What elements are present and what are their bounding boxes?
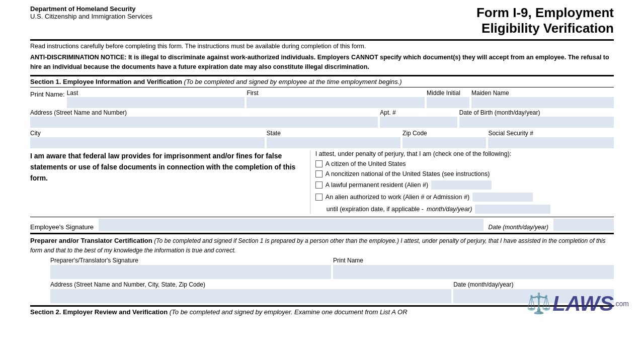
name-row: Print Name: Last First Middle Initial Ma…: [30, 89, 614, 108]
maiden-name-label: Maiden Name: [471, 89, 614, 97]
preparer-sig-field: Preparer's/Translator's Signature: [50, 257, 331, 279]
employee-signature-input[interactable]: [99, 219, 484, 231]
agency-info: Department of Homeland Security U.S. Cit…: [30, 5, 152, 20]
print-name-label: Print Name:: [30, 89, 65, 98]
watermark: ⚖️ LAWS .com: [526, 292, 629, 316]
alien-authorized-checkbox[interactable]: [315, 194, 323, 201]
until-line: until (expiration date, if applicable - …: [315, 205, 614, 214]
citizen-label: A citizen of the United States: [326, 160, 406, 167]
employee-signature-row: Employee's Signature Date (month/day/yea…: [30, 217, 614, 231]
dob-label: Date of Birth (month/day/year): [459, 109, 614, 116]
zip-label: Zip Code: [403, 130, 486, 137]
attest-title: I attest, under penalty of perjury, that…: [315, 150, 614, 157]
middle-initial-input[interactable]: [427, 97, 469, 108]
address-input[interactable]: [30, 117, 378, 128]
laws-icon: ⚖️: [526, 292, 551, 315]
alien-authorized-label: An alien authorized to work (Alien # or …: [326, 194, 469, 201]
preparer-header: Preparer and/or Translator Certification…: [30, 236, 614, 255]
preparer-name-input[interactable]: [333, 265, 614, 279]
preparer-addr-field: Address (Street Name and Number, City, S…: [50, 281, 451, 303]
until-italic: month/day/year): [427, 206, 472, 213]
preparer-sig-row: Preparer's/Translator's Signature Print …: [30, 257, 614, 279]
noncitizen-checkbox[interactable]: [315, 170, 323, 177]
permanent-resident-checkbox[interactable]: [315, 182, 323, 189]
alien-admission-input[interactable]: [472, 193, 533, 202]
first-name-label: First: [247, 89, 425, 97]
form-title-block: Form I-9, Employment Eligibility Verific…: [476, 5, 614, 36]
preparer-addr-input[interactable]: [50, 289, 451, 303]
apt-input[interactable]: [380, 117, 457, 128]
checkbox-permanent-resident[interactable]: A lawful permanent resident (Alien #): [315, 180, 614, 190]
page-header: Department of Homeland Security U.S. Cit…: [30, 5, 614, 36]
middle-initial-label: Middle Initial: [427, 89, 469, 97]
date-label: Date (month/day/year): [489, 224, 548, 231]
checkbox-alien-authorized[interactable]: An alien authorized to work (Alien # or …: [315, 193, 614, 202]
alien-number-input[interactable]: [431, 180, 492, 190]
employee-date-input[interactable]: [553, 219, 614, 231]
preparer-name-label: Print Name: [333, 257, 614, 264]
city-label: City: [30, 130, 265, 137]
last-name-input[interactable]: [67, 97, 245, 108]
section2-title: Section 2. Employer Review and Verificat…: [30, 308, 168, 316]
dob-input[interactable]: [459, 117, 614, 128]
form-subtitle: Eligibility Verification: [476, 21, 614, 36]
state-label: State: [267, 130, 400, 137]
preparer-addr-label: Address (Street Name and Number, City, S…: [50, 281, 451, 288]
city-input[interactable]: [30, 137, 265, 148]
checkboxes-block: I attest, under penalty of perjury, that…: [310, 150, 614, 214]
maiden-name-input[interactable]: [471, 97, 614, 108]
checkbox-citizen[interactable]: A citizen of the United States: [315, 160, 614, 167]
first-name-input[interactable]: [247, 97, 425, 108]
ssn-label: Social Security #: [488, 130, 614, 137]
address-row: Address (Street Name and Number) Apt. # …: [30, 109, 614, 128]
dept-name: Department of Homeland Security: [30, 5, 152, 13]
preparer-sig-input[interactable]: [50, 265, 331, 279]
laws-suffix: .com: [614, 300, 629, 308]
citizen-checkbox[interactable]: [315, 160, 323, 167]
agency-name: U.S. Citizenship and Immigration Service…: [30, 13, 152, 20]
address-label: Address (Street Name and Number): [30, 109, 378, 116]
attest-section: I am aware that federal law provides for…: [30, 150, 614, 214]
preparer-sig-label: Preparer's/Translator's Signature: [50, 257, 331, 264]
anti-discrimination-notice: ANTI-DISCRIMINATION NOTICE: It is illega…: [30, 53, 614, 72]
ssn-input[interactable]: [488, 137, 614, 148]
read-instructions-notice: Read instructions carefully before compl…: [30, 43, 614, 50]
until-text: until (expiration date, if applicable -: [327, 206, 424, 213]
section1-header: Section 1. Employee Information and Veri…: [30, 75, 614, 87]
expiration-date-input[interactable]: [475, 205, 550, 214]
state-input[interactable]: [267, 137, 400, 148]
zip-input[interactable]: [403, 137, 486, 148]
laws-text: LAWS: [552, 292, 613, 316]
employee-sig-label: Employee's Signature: [30, 223, 94, 231]
preparer-name-field: Print Name: [333, 257, 614, 279]
preparer-header-bold: Preparer and/or Translator Certification: [30, 237, 152, 244]
last-name-label: Last: [67, 89, 245, 97]
city-state-row: City State Zip Code Social Security #: [30, 130, 614, 148]
permanent-resident-label: A lawful permanent resident (Alien #): [326, 182, 428, 189]
checkbox-noncitizen[interactable]: A noncitizen national of the United Stat…: [315, 170, 614, 177]
awareness-text: I am aware that federal law provides for…: [30, 150, 310, 214]
preparer-date-label: Date (month/day/year): [453, 281, 614, 288]
noncitizen-label: A noncitizen national of the United Stat…: [326, 170, 490, 177]
section2-italic: (To be completed and signed by employer.…: [170, 308, 408, 316]
form-title: Form I-9, Employment: [476, 5, 614, 21]
apt-label: Apt. #: [380, 109, 457, 116]
